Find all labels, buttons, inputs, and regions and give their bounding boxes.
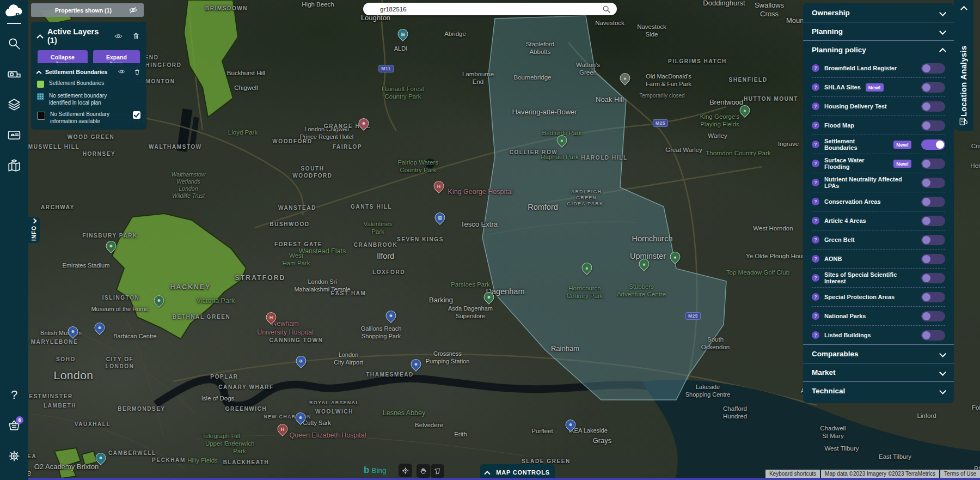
portfolio-map-icon[interactable]: [3, 155, 25, 177]
bing-label: Bing: [371, 466, 386, 475]
trash-icon[interactable]: [132, 32, 140, 40]
toggle-flood-map[interactable]: [921, 120, 945, 131]
help-circle-icon[interactable]: ?: [812, 255, 819, 263]
properties-shown-bar[interactable]: Properties shown (1): [31, 3, 144, 17]
toggle-brownfield-land-register[interactable]: [921, 63, 945, 74]
polygon-select-icon[interactable]: [431, 464, 444, 478]
toggle-settlement-boundaries[interactable]: [921, 139, 945, 150]
trash-icon[interactable]: [134, 69, 140, 75]
basket-icon[interactable]: 8: [3, 415, 25, 436]
green-pin-glyph: [107, 241, 116, 251]
eye-off-icon[interactable]: [129, 6, 137, 14]
help-circle-icon[interactable]: ?: [812, 274, 819, 282]
layer-label: Settlement Boundaries: [824, 138, 889, 151]
help-circle-icon[interactable]: ?: [812, 64, 819, 72]
layer-row-special-protection-areas: ?Special Protection Areas: [812, 287, 945, 306]
layers-icon[interactable]: [3, 94, 25, 116]
search-icon[interactable]: [602, 5, 611, 14]
toggle-housing-delivery-test[interactable]: [921, 101, 945, 112]
toggle-knob: [936, 141, 944, 149]
help-circle-icon[interactable]: ?: [812, 83, 819, 91]
toggle-knob: [922, 83, 930, 92]
help-circle-icon[interactable]: ?: [812, 236, 819, 244]
eye-icon[interactable]: [114, 32, 122, 40]
layer-row-flood-map: ?Flood Map: [812, 116, 945, 135]
toggle-surface-water-flooding[interactable]: [921, 159, 945, 169]
section-header-planning[interactable]: Planning: [812, 22, 945, 40]
help-circle-icon[interactable]: ?: [812, 312, 819, 320]
toggle-nutrient-neutrality-affected-lpas[interactable]: [921, 178, 945, 188]
help-circle-icon[interactable]: ?: [812, 160, 819, 167]
help-circle-icon[interactable]: ?: [812, 293, 819, 301]
section-header-market[interactable]: Market: [812, 363, 945, 381]
app-logo[interactable]: n: [5, 4, 23, 20]
help-circle-icon[interactable]: ?: [812, 179, 819, 186]
toggle-special-protection-areas[interactable]: [921, 292, 945, 302]
key-swatch: [37, 112, 45, 120]
section-label: Market: [812, 368, 940, 376]
layer-label: Flood Map: [824, 122, 854, 129]
layer-label: Green Belt: [824, 236, 855, 243]
collapse-panel-chevron[interactable]: [36, 34, 44, 41]
pink-pin-glyph: [359, 119, 369, 128]
location-analysis-panel: OwnershipPlanningPlanning policy?Brownfi…: [803, 3, 954, 403]
section-header-technical[interactable]: Technical: [812, 382, 945, 400]
search-input[interactable]: [379, 5, 602, 13]
key-checkbox[interactable]: [133, 111, 140, 119]
info-tab-label: INFO: [31, 226, 37, 241]
section-header-ownership[interactable]: Ownership: [812, 4, 945, 22]
site-card-icon[interactable]: [3, 124, 25, 146]
toggle-sites-of-special-scientific-interest[interactable]: [921, 273, 945, 283]
section-header-planning-policy[interactable]: Planning policy: [812, 41, 945, 59]
locate-icon[interactable]: [399, 464, 412, 477]
green-pin-glyph: [485, 293, 494, 302]
settings-gear-icon[interactable]: [3, 445, 25, 467]
hosp-pin-glyph: H: [267, 313, 276, 322]
section-header-comparables[interactable]: Comparables: [812, 345, 945, 363]
attribution-keyboard-shortcuts[interactable]: Keyboard shortcuts: [765, 470, 820, 478]
location-analysis-tab[interactable]: Location Analysis: [954, 0, 973, 131]
layer-label: Special Protection Areas: [824, 294, 895, 300]
layer-row-national-parks: ?National Parks: [812, 306, 945, 325]
help-circle-icon[interactable]: ?: [812, 102, 819, 110]
help-circle-icon[interactable]: ?: [812, 331, 819, 339]
basket-badge: 8: [16, 416, 23, 424]
bing-logo[interactable]: b Bing: [364, 465, 386, 476]
key-swatch: [37, 81, 44, 88]
search-icon[interactable]: [3, 33, 25, 54]
hosp-pin-glyph: H: [434, 181, 444, 191]
info-tab[interactable]: INFO: [28, 217, 40, 243]
collapse-key-chevron[interactable]: [36, 70, 42, 76]
section-technical: Technical: [803, 381, 954, 400]
toggle-listed-buildings[interactable]: [921, 330, 945, 341]
tree-pin-glyph: ♠: [583, 263, 592, 272]
toggle-green-belt[interactable]: [921, 235, 945, 245]
toggle-aonb[interactable]: [921, 254, 945, 264]
active-layers-title: Active Layers (1): [47, 27, 109, 45]
motorway-shield-m11: M11: [378, 65, 394, 72]
chevron-up-icon: [485, 471, 491, 477]
toggle-shlaa-sites[interactable]: [921, 82, 945, 93]
help-icon[interactable]: ?: [3, 384, 25, 406]
toggle-knob: [922, 198, 930, 206]
tree-pin-glyph: ♠: [558, 136, 567, 145]
toggle-article-4-areas[interactable]: [921, 216, 945, 226]
toggle-conservation-areas[interactable]: [921, 197, 945, 207]
layer-row-brownfield-land-register: ?Brownfield Land Register: [812, 59, 945, 77]
toggle-national-parks[interactable]: [921, 311, 945, 321]
key-label: No Settlement Boundary information avail…: [50, 111, 128, 125]
help-circle-icon[interactable]: ?: [812, 121, 819, 129]
help-circle-icon[interactable]: ?: [812, 217, 819, 224]
chevron-right-icon: [32, 218, 37, 224]
eye-icon[interactable]: [118, 68, 125, 75]
chevron-up-icon: [960, 6, 967, 13]
pan-hand-icon[interactable]: [416, 464, 430, 478]
help-circle-icon[interactable]: ?: [812, 198, 819, 205]
toggle-knob: [922, 312, 930, 320]
site-report-icon[interactable]: [959, 117, 969, 126]
help-circle-icon[interactable]: ?: [812, 141, 819, 148]
section-label: Planning policy: [812, 46, 940, 54]
measure-icon[interactable]: [3, 63, 25, 85]
attribution-terms-of-use[interactable]: Terms of Use: [940, 470, 980, 478]
section-label: Ownership: [812, 9, 940, 17]
